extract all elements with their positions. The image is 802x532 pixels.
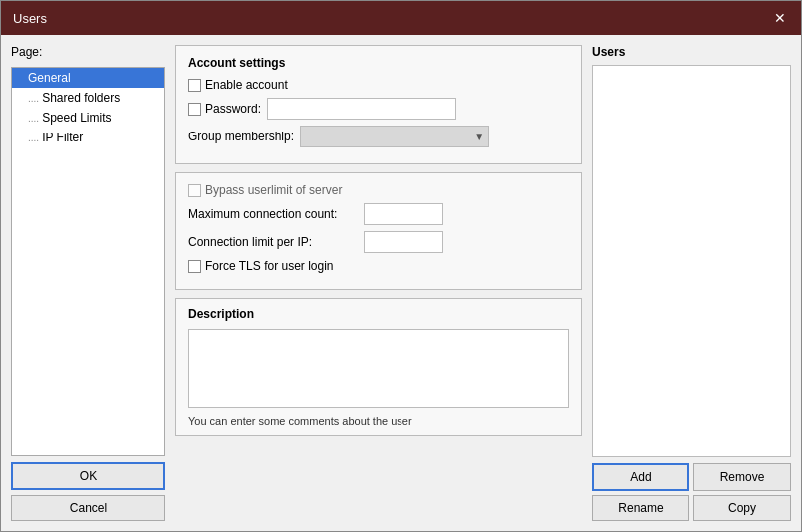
rename-button[interactable]: Rename [592, 495, 689, 521]
account-settings-title: Account settings [188, 56, 569, 70]
add-button[interactable]: Add [592, 463, 689, 491]
right-panel: Users Add Remove Rename Copy [592, 45, 791, 521]
max-conn-row: Maximum connection count: [188, 203, 569, 225]
conn-per-ip-input[interactable] [364, 231, 443, 253]
description-textarea-wrap [188, 329, 569, 411]
dialog-title: Users [13, 11, 47, 26]
bypass-text: Bypass userlimit of server [205, 183, 342, 197]
left-buttons: OK Cancel [11, 462, 165, 521]
ok-button[interactable]: OK [11, 462, 165, 490]
enable-account-checkbox[interactable] [188, 79, 201, 92]
chevron-down-icon: ▼ [474, 132, 484, 142]
description-hint: You can enter some comments about the us… [188, 415, 569, 427]
dialog-body: Page: General .... Shared folders .... S… [1, 35, 801, 531]
enable-account-label[interactable]: Enable account [188, 78, 288, 92]
enable-account-text: Enable account [205, 78, 288, 92]
password-label: Password: [188, 102, 261, 116]
users-dialog: Users ✕ Page: General .... Shared folder… [0, 0, 802, 532]
force-tls-row: Force TLS for user login [188, 259, 569, 273]
remove-button[interactable]: Remove [693, 463, 791, 491]
users-title: Users [592, 45, 791, 59]
conn-per-ip-label: Connection limit per IP: [188, 235, 358, 249]
enable-account-row: Enable account [188, 78, 569, 92]
description-textarea[interactable] [188, 329, 569, 408]
nav-item-shared-folders[interactable]: .... Shared folders [12, 88, 164, 108]
force-tls-text: Force TLS for user login [205, 259, 334, 273]
bypass-row: Bypass userlimit of server [188, 183, 569, 197]
password-checkbox[interactable] [188, 103, 201, 116]
force-tls-checkbox[interactable] [188, 260, 201, 273]
password-text: Password: [205, 102, 261, 116]
description-section: Description You can enter some comments … [175, 298, 582, 436]
nav-item-speed-limits[interactable]: .... Speed Limits [12, 108, 164, 128]
nav-item-ip-filter[interactable]: .... IP Filter [12, 128, 164, 147]
connection-section: Bypass userlimit of server Maximum conne… [175, 172, 582, 290]
middle-panel: Account settings Enable account Password… [175, 45, 582, 521]
password-row: Password: [188, 98, 569, 120]
nav-item-speed-limits-label: Speed Limits [42, 111, 111, 125]
description-title: Description [188, 307, 569, 321]
users-list[interactable] [592, 65, 791, 457]
group-label: Group membership: [188, 130, 294, 143]
title-bar: Users ✕ [1, 1, 801, 35]
max-conn-label: Maximum connection count: [188, 207, 358, 221]
account-settings-section: Account settings Enable account Password… [175, 45, 582, 164]
right-buttons: Add Remove Rename Copy [592, 463, 791, 521]
nav-item-general-label: General [28, 71, 71, 85]
left-panel: Page: General .... Shared folders .... S… [11, 45, 165, 521]
max-conn-input[interactable] [364, 203, 443, 225]
group-dropdown[interactable]: ▼ [300, 126, 489, 147]
nav-item-shared-folders-label: Shared folders [42, 91, 120, 105]
group-membership-row: Group membership: ▼ [188, 126, 569, 147]
nav-item-general[interactable]: General [12, 68, 164, 88]
password-input[interactable] [267, 98, 456, 120]
nav-tree: General .... Shared folders .... Speed L… [11, 67, 165, 456]
conn-per-ip-row: Connection limit per IP: [188, 231, 569, 253]
cancel-button[interactable]: Cancel [11, 495, 165, 521]
force-tls-label[interactable]: Force TLS for user login [188, 259, 334, 273]
close-button[interactable]: ✕ [771, 9, 789, 27]
bypass-checkbox[interactable] [188, 184, 201, 197]
nav-item-ip-filter-label: IP Filter [42, 131, 83, 144]
bypass-label[interactable]: Bypass userlimit of server [188, 183, 342, 197]
copy-button[interactable]: Copy [693, 495, 791, 521]
page-label: Page: [11, 45, 165, 59]
